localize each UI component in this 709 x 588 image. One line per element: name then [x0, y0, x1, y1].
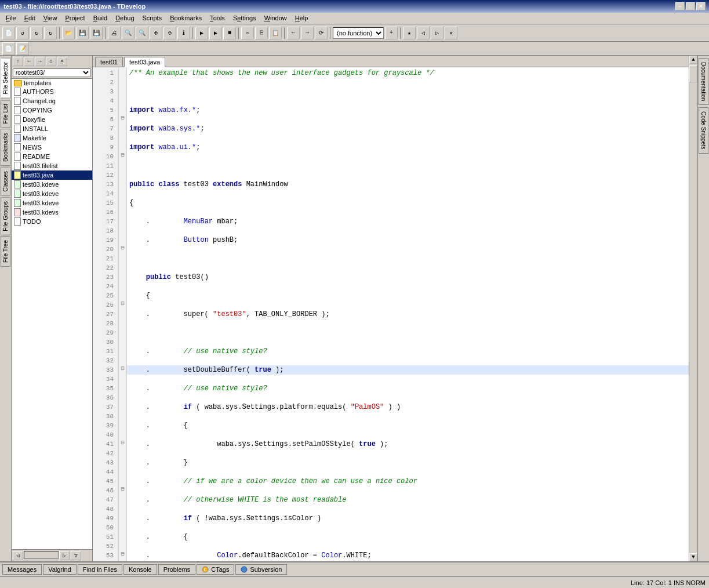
saveall-btn[interactable]: 💾	[90, 27, 103, 39]
menu-settings[interactable]: Settings	[230, 14, 260, 23]
sidebar-tab-classes[interactable]: Classes	[1, 167, 10, 196]
sidebar-tab-file-list[interactable]: File List	[1, 100, 10, 128]
toolbar-main: 📄 ↺ ↻ ↻ 📂 💾 💾 🖨 🔍 🔍 ⊕ ⊖ ℹ ▶ ▶ ■ ✂ ⎘ 📋 ← …	[0, 24, 709, 42]
bottom-tab-messages[interactable]: Messages	[2, 564, 42, 575]
bookprev-btn[interactable]: ◁	[417, 27, 430, 39]
nav-more[interactable]: »	[57, 57, 67, 66]
file-item-filelist[interactable]: test03.filelist	[12, 161, 92, 170]
file-item-readme[interactable]: README	[12, 152, 92, 161]
snippet-btn[interactable]: 📝	[16, 42, 29, 55]
menu-project[interactable]: Project	[61, 14, 88, 23]
file-item-java[interactable]: test03.java	[12, 170, 92, 180]
scroll-left[interactable]: ◁	[13, 551, 23, 560]
code-editor[interactable]: /** An example that shows the new user i…	[127, 67, 689, 561]
scroll-thumb[interactable]	[689, 65, 697, 82]
nav-up[interactable]: ↑	[13, 57, 23, 66]
searchfile-btn[interactable]: 🔍	[136, 27, 148, 39]
path-selector[interactable]: root/test03/	[13, 68, 91, 77]
file-icon-changelog	[14, 97, 21, 105]
save-btn[interactable]: 💾	[76, 27, 89, 39]
file-item-news[interactable]: NEWS	[12, 143, 92, 152]
close-button[interactable]: ✕	[696, 2, 706, 10]
doc-btn[interactable]: 📄	[2, 42, 15, 55]
scroll-bar[interactable]	[24, 551, 59, 559]
redo-btn[interactable]: ↻	[30, 27, 43, 39]
scroll-down2[interactable]: ▽	[71, 551, 81, 560]
sync-btn[interactable]: ⟳	[315, 27, 328, 39]
maximize-button[interactable]: □	[686, 2, 695, 10]
right-tab-documentation[interactable]: Documentation	[699, 58, 708, 105]
file-item-kdeve1[interactable]: test03.kdeve	[12, 180, 92, 189]
file-panel: ↑ ← → ⌂ » root/test03/ templates AUTHORS…	[12, 56, 93, 561]
bottom-tab-konsole[interactable]: Konsole	[123, 564, 157, 575]
sidebar-tab-file-selector[interactable]: File Selector	[1, 58, 10, 99]
tab-test03-java[interactable]: test03.java	[124, 57, 165, 67]
func-add-btn[interactable]: +	[385, 27, 398, 39]
sidebar-tab-file-tree[interactable]: File Tree	[1, 236, 10, 267]
print-btn[interactable]: 🖨	[108, 27, 121, 39]
menu-build[interactable]: Build	[90, 14, 111, 23]
file-name: ChangeLog	[23, 97, 56, 104]
paste-btn[interactable]: 📋	[269, 27, 282, 39]
nav-back[interactable]: ←	[24, 57, 34, 66]
bookmark-btn[interactable]: ★	[403, 27, 416, 39]
file-item-copying[interactable]: COPYING	[12, 106, 92, 115]
vertical-scrollbar[interactable]: ▲ ▼	[689, 56, 697, 561]
menu-file[interactable]: File	[2, 14, 20, 23]
menu-view[interactable]: View	[40, 14, 61, 23]
minimize-button[interactable]: −	[675, 2, 685, 10]
editor-area: test01 test03.java 123456789101112131415…	[93, 56, 689, 561]
search-btn[interactable]: 🔍	[122, 27, 134, 39]
file-item-kdevs[interactable]: test03.kdevs	[12, 208, 92, 217]
zoom2-btn[interactable]: ⊖	[163, 27, 176, 39]
scroll-up-btn[interactable]: ▲	[689, 56, 697, 64]
bottom-tab-valgrind[interactable]: Valgrind	[43, 564, 77, 575]
file-item-kdeve3[interactable]: test03.kdeve	[12, 198, 92, 208]
bottom-tab-find-in-files[interactable]: Find in Files	[78, 564, 122, 575]
booknext-btn[interactable]: ▷	[431, 27, 443, 39]
sidebar-tab-file-groups[interactable]: File Groups	[1, 197, 10, 235]
file-item-templates[interactable]: templates	[12, 79, 92, 87]
run2-btn[interactable]: ▶	[209, 27, 222, 39]
bookdel-btn[interactable]: ✕	[445, 27, 457, 39]
bottom-tab-ctags[interactable]: C CTags	[197, 564, 234, 575]
menu-scripts[interactable]: Scripts	[139, 14, 166, 23]
menu-bookmarks[interactable]: Bookmarks	[166, 14, 205, 23]
file-nav: ↑ ← → ⌂ »	[12, 56, 92, 67]
menu-debug[interactable]: Debug	[112, 14, 137, 23]
bottom-tab-subversion[interactable]: Subversion	[235, 564, 287, 575]
info-btn[interactable]: ℹ	[177, 27, 190, 39]
copy-btn[interactable]: ⎘	[255, 27, 268, 39]
menu-tools[interactable]: Tools	[206, 14, 228, 23]
undo-btn[interactable]: ↺	[16, 27, 29, 39]
sidebar-tab-bookmarks[interactable]: Bookmarks	[1, 129, 10, 166]
stop-btn[interactable]: ■	[223, 27, 236, 39]
scroll-down-btn[interactable]: ▼	[689, 553, 697, 561]
forward-btn[interactable]: →	[301, 27, 314, 39]
scroll-right[interactable]: ▷	[59, 551, 70, 560]
right-tab-snippets[interactable]: Code Snippets	[699, 107, 708, 154]
file-item-doxyfile[interactable]: Doxyfile	[12, 115, 92, 124]
menu-edit[interactable]: Edit	[21, 14, 39, 23]
file-item-todo[interactable]: TODO	[12, 217, 92, 226]
run-btn[interactable]: ▶	[195, 27, 208, 39]
tab-test01[interactable]: test01	[95, 57, 123, 67]
file-item-makefile[interactable]: Makefile	[12, 133, 92, 143]
bottom-tab-problems[interactable]: Problems	[158, 564, 195, 575]
redo2-btn[interactable]: ↻	[44, 27, 57, 39]
file-item-authors[interactable]: AUTHORS	[12, 87, 92, 96]
new-btn[interactable]: 📄	[2, 27, 15, 39]
file-item-kdeve2[interactable]: test03.kdeve	[12, 189, 92, 198]
function-combo[interactable]: (no function)	[333, 27, 384, 39]
zoom-btn[interactable]: ⊕	[150, 27, 162, 39]
nav-forward[interactable]: →	[35, 57, 45, 66]
nav-home[interactable]: ⌂	[46, 57, 56, 66]
menu-window[interactable]: Window	[261, 14, 290, 23]
open-btn[interactable]: 📂	[62, 27, 75, 39]
menu-help[interactable]: Help	[292, 14, 312, 23]
cut-btn[interactable]: ✂	[241, 27, 254, 39]
back-btn[interactable]: ←	[287, 27, 300, 39]
file-item-install[interactable]: INSTALL	[12, 124, 92, 133]
scroll-track	[689, 64, 697, 553]
file-item-changelog[interactable]: ChangeLog	[12, 96, 92, 106]
